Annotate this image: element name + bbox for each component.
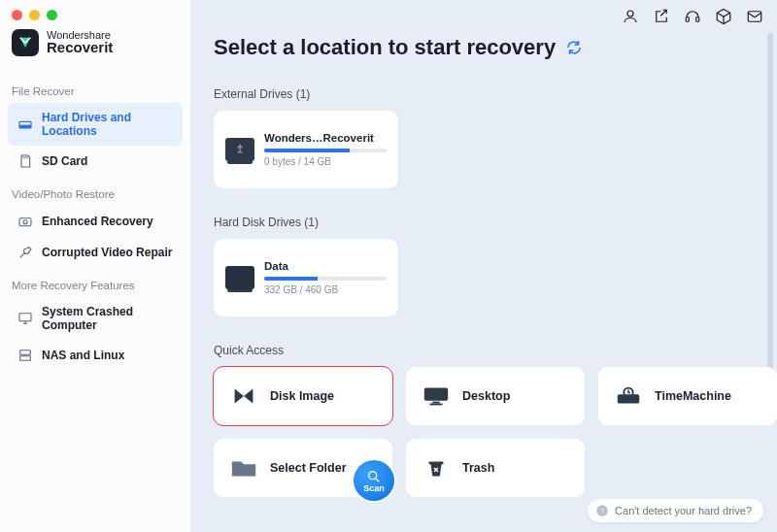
quick-trash[interactable]: Trash [406,439,585,497]
sidebar-item-sd-card[interactable]: SD Card [8,146,183,177]
sidebar-item-system-crashed[interactable]: System Crashed Computer [8,297,183,340]
hdd-icon [225,266,254,289]
scrollbar[interactable] [767,33,773,373]
logo: Wondershare Recoverit [0,29,190,74]
quick-label: TimeMachine [655,389,731,403]
svg-point-7 [23,220,27,224]
help-icon: ? [595,504,609,517]
usage-bar [264,277,387,281]
folder-icon [227,454,260,482]
sidebar-section-title: More Recovery Features [0,268,190,297]
svg-rect-14 [618,394,640,403]
svg-rect-8 [19,314,31,321]
sidebar-item-enhanced-recovery[interactable]: Enhanced Recovery [8,206,183,237]
sidebar-item-hard-drives[interactable]: Hard Drives and Locations [8,103,183,146]
monitor-icon [17,311,33,326]
svg-rect-17 [429,461,444,464]
usb-drive-icon [225,138,254,161]
sidebar: Wondershare Recoverit File Recover Hard … [0,0,190,532]
quick-timemachine[interactable]: TimeMachine [598,367,777,425]
main-panel: Select a location to start recovery Exte… [190,0,777,532]
svg-rect-5 [19,125,31,128]
wrench-icon [17,245,33,260]
svg-rect-13 [429,404,442,406]
trash-icon [420,454,453,482]
quick-access-label: Quick Access [214,344,777,357]
sidebar-item-label: Hard Drives and Locations [42,111,173,138]
server-icon [17,348,33,363]
svg-rect-10 [20,356,31,361]
quick-desktop[interactable]: Desktop [406,367,585,425]
sidebar-section-title: File Recover [0,74,190,103]
sidebar-section-title: Video/Photo Restore [0,177,190,206]
svg-text:?: ? [600,507,604,515]
external-drive-card[interactable]: Wonders…Recoverit 0 bytes / 14 GB [214,111,398,188]
sidebar-item-label: Corrupted Video Repair [42,246,172,259]
sidebar-item-label: NAS and Linux [42,349,124,362]
drive-capacity: 0 bytes / 14 GB [264,156,387,167]
svg-rect-6 [19,218,31,226]
page-title: Select a location to start recovery [214,35,556,60]
svg-point-16 [369,471,377,479]
logo-mark-icon [12,29,39,56]
sd-card-icon [17,153,33,169]
help-detect-drive[interactable]: ? Can't detect your hard drive? [588,499,763,522]
svg-rect-9 [20,350,31,355]
external-drives-label: External Drives (1) [214,87,777,101]
sidebar-item-label: Enhanced Recovery [42,215,153,228]
drive-capacity: 332 GB / 460 GB [264,284,387,295]
hdd-label: Hard Disk Drives (1) [214,216,777,229]
reload-icon[interactable] [565,39,583,56]
scan-label: Scan [363,483,385,493]
close-window-button[interactable] [12,10,22,20]
window-controls [12,10,57,20]
sidebar-item-corrupted-video[interactable]: Corrupted Video Repair [8,237,183,268]
app-window: Wondershare Recoverit File Recover Hard … [0,0,777,532]
scan-button[interactable]: Scan [354,460,394,501]
drive-name: Wonders…Recoverit [264,132,387,144]
hdd-card[interactable]: Data 332 GB / 460 GB [214,239,398,316]
sidebar-item-label: SD Card [42,154,87,168]
desktop-icon [420,382,453,410]
hdd-icon [17,116,33,132]
quick-disk-image[interactable]: Disk Image [214,367,392,425]
drive-name: Data [264,260,387,272]
quick-label: Trash [462,461,494,475]
quick-label: Desktop [462,389,510,403]
minimize-window-button[interactable] [29,10,40,20]
quick-label: Select Folder [270,461,347,475]
sidebar-item-nas-linux[interactable]: NAS and Linux [8,340,183,371]
timemachine-icon [612,382,645,410]
svg-rect-12 [432,402,440,404]
disk-image-icon [227,382,260,410]
svg-rect-11 [424,388,448,401]
quick-select-folder[interactable]: Select Folder Scan [214,439,392,497]
usage-bar [264,149,387,152]
sidebar-item-label: System Crashed Computer [42,305,173,332]
camera-icon [17,214,33,229]
quick-label: Disk Image [270,389,334,403]
help-text: Can't detect your hard drive? [615,505,752,516]
brand-line2: Recoverit [47,40,113,56]
maximize-window-button[interactable] [47,10,57,20]
